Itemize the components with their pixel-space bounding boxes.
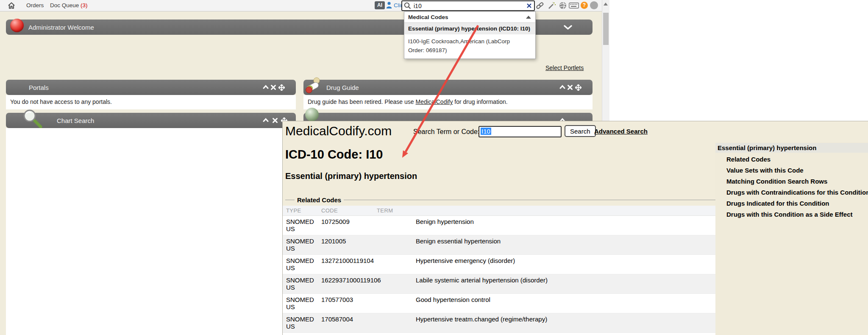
nav-orders[interactable]: Orders	[26, 2, 44, 8]
term-cell: Benign essential hypertension	[416, 235, 715, 245]
sidebar-item[interactable]: Drugs with Contraindications for this Co…	[726, 189, 868, 196]
sidebar-item[interactable]: Related Codes	[726, 156, 771, 163]
term-cell: Labile systemic arterial hypertension (d…	[416, 274, 715, 284]
close-icon[interactable]	[567, 84, 573, 90]
chart-search-magnifier-icon	[22, 109, 45, 128]
table-row: SNOMED US1201005Benign essential hyperte…	[283, 235, 715, 255]
clear-search-icon[interactable]	[526, 3, 532, 8]
clinical-link[interactable]: Clini	[394, 2, 401, 8]
close-icon[interactable]	[270, 84, 276, 90]
screen: Orders Doc Queue (3) AI Clini i10	[0, 0, 868, 335]
search-results-dropdown: Medical Codes Essential (primary) hypert…	[404, 11, 536, 59]
portlet-chart-search-body	[6, 128, 296, 335]
close-icon[interactable]	[272, 117, 278, 123]
term-cell: Benign hypertension	[416, 216, 715, 225]
red-orb-icon	[10, 19, 24, 32]
code-cell: 170587004	[317, 313, 372, 323]
col-header-type: TYPE	[286, 207, 301, 214]
drug-guide-message-post: for drug information.	[453, 98, 507, 105]
vertical-scrollbar[interactable]	[602, 0, 609, 121]
green-orb-icon	[305, 108, 319, 121]
table-row: SNOMED US10725009Benign hypertension	[283, 216, 715, 235]
code-cell: 132721000119104	[317, 255, 372, 264]
related-codes-table-body: SNOMED US10725009Benign hypertensionSNOM…	[283, 216, 715, 333]
type-cell: SNOMED US	[283, 216, 317, 232]
search-icon	[404, 2, 411, 9]
globe-icon[interactable]	[559, 1, 567, 10]
global-search-box[interactable]: i10	[401, 0, 535, 11]
home-icon[interactable]	[8, 2, 15, 9]
condition-subheading: Essential (primary) hypertension	[285, 171, 417, 181]
top-toolbar: Orders Doc Queue (3) AI Clini i10	[0, 0, 609, 11]
term-cell: Hypertensive emergency (disorder)	[416, 255, 715, 264]
move-icon[interactable]	[278, 84, 285, 91]
related-codes-legend: Related Codes	[295, 196, 344, 204]
medicalcodify-link[interactable]: MedicalCodify	[416, 98, 453, 105]
portals-message: You do not have access to any portals.	[10, 98, 112, 105]
code-cell: 16229371000119106	[317, 274, 372, 284]
ai-badge[interactable]: AI	[375, 1, 385, 9]
sidebar-condition-title: Essential (primary) hypertension	[718, 144, 816, 151]
status-circle-icon[interactable]	[590, 1, 598, 9]
code-cell: 1201005	[317, 235, 372, 245]
sidebar-item[interactable]: Drugs with this Condition as a Side Effe…	[726, 211, 853, 218]
collapse-triangle-icon	[526, 16, 531, 19]
doc-queue-count: (3)	[81, 2, 88, 8]
medicalcodify-logo: MedicalCodify.com	[285, 124, 392, 138]
portlet-portals-body: You do not have access to any portals.	[6, 95, 296, 109]
link-icon[interactable]	[536, 2, 544, 9]
doc-queue-label: Doc Queue	[50, 2, 79, 8]
advanced-search-link[interactable]: Advanced Search	[594, 128, 648, 135]
portlet-chart-search-title: Chart Search	[57, 117, 94, 124]
sidebar-item[interactable]: Drugs Indicated for this Condition	[726, 200, 829, 207]
icd10-heading: ICD-10 Code: I10	[285, 148, 383, 162]
type-cell: SNOMED US	[283, 255, 317, 271]
sidebar-item[interactable]: Value Sets with this Code	[726, 167, 804, 174]
code-cell: 170577003	[317, 294, 372, 303]
portlet-drug-guide-body: Drug guide has been retired. Please use …	[303, 95, 593, 109]
move-icon[interactable]	[575, 84, 581, 91]
col-header-code: CODE	[321, 207, 338, 214]
help-icon[interactable]: ?	[581, 2, 588, 9]
table-row: SNOMED US170587004Hypertensive treatm.ch…	[283, 313, 715, 333]
select-portlets-link[interactable]: Select Portlets	[545, 64, 584, 71]
collapse-chevron-down-icon[interactable]	[564, 25, 572, 30]
scroll-up-arrow-icon[interactable]	[604, 3, 608, 6]
welcome-title: Administrator Welcome	[28, 24, 94, 31]
col-header-term: TERM	[377, 207, 393, 214]
code-search-input[interactable]: I10	[479, 126, 562, 137]
pills-icon	[303, 75, 323, 95]
term-cell: Good hypertension control	[416, 294, 715, 303]
collapse-up-icon[interactable]	[263, 117, 269, 123]
term-cell: Hypertensive treatm.changed (regime/ther…	[416, 313, 715, 323]
user-icon[interactable]	[386, 1, 392, 9]
portlet-drug-guide-title: Drug Guide	[326, 84, 359, 91]
medicalcodify-panel: MedicalCodify.com Search Term or Code: I…	[282, 121, 868, 335]
table-row: SNOMED US170577003Good hypertension cont…	[283, 294, 715, 313]
keyboard-icon[interactable]	[569, 3, 579, 8]
portlet-portals-header: Portals	[6, 80, 296, 95]
dropdown-result-primary[interactable]: Essential (primary) hypertension (ICD10:…	[404, 23, 535, 34]
collapse-up-icon[interactable]	[263, 84, 269, 90]
dropdown-result-secondary[interactable]: I100-IgE Cockroach,American (LabCorp Ord…	[404, 34, 535, 59]
search-button[interactable]: Search	[565, 125, 596, 137]
dropdown-category-header[interactable]: Medical Codes	[404, 12, 535, 23]
magic-wand-icon[interactable]	[548, 1, 556, 10]
portlet-chart-search-header: Chart Search	[6, 113, 296, 128]
collapse-up-icon[interactable]	[559, 84, 565, 90]
portlet-drug-guide-header: Drug Guide	[303, 80, 593, 95]
related-codes-table-header: TYPE CODE TERM	[283, 206, 715, 216]
drug-guide-message-pre: Drug guide has been retired. Please use	[308, 98, 416, 105]
scrollbar-thumb[interactable]	[603, 13, 609, 45]
code-cell: 10725009	[317, 216, 372, 225]
code-search-selected-text: I10	[481, 128, 491, 135]
drug-guide-message: Drug guide has been retired. Please use …	[308, 98, 508, 105]
related-codes-table: TYPE CODE TERM SNOMED US10725009Benign h…	[283, 206, 715, 335]
table-row: SNOMED US132721000119104Hypertensive eme…	[283, 255, 715, 274]
condition-sidebar: Essential (primary) hypertension Related…	[715, 142, 868, 335]
type-cell: SNOMED US	[283, 235, 317, 252]
nav-doc-queue[interactable]: Doc Queue (3)	[50, 2, 88, 8]
portlet-portals-title: Portals	[29, 84, 49, 91]
sidebar-item[interactable]: Matching Condition Search Rows	[726, 178, 827, 185]
related-codes-divider	[285, 200, 715, 200]
